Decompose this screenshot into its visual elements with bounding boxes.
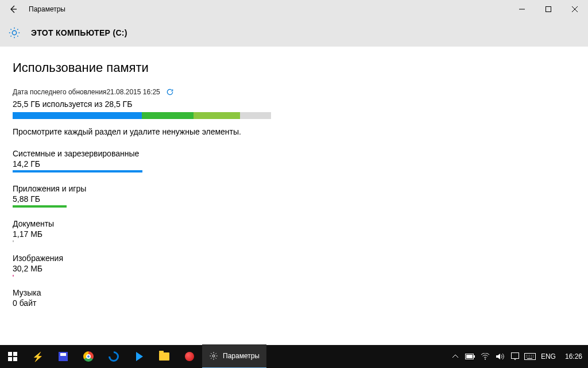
svg-rect-10 (511, 353, 519, 359)
storage-category[interactable]: Изображения30,2 МБ (13, 254, 588, 277)
category-size: 5,88 ГБ (13, 194, 588, 204)
floppy-icon (59, 352, 68, 361)
tray-wifi[interactable] (478, 345, 493, 368)
category-bar (13, 205, 67, 208)
refresh-icon (166, 88, 174, 96)
category-bar (13, 240, 14, 242)
svg-rect-0 (546, 7, 551, 12)
taskbar-app-ccleaner[interactable] (177, 345, 202, 368)
storage-segment (240, 112, 271, 119)
titlebar: Параметры (0, 0, 588, 18)
chrome-icon (83, 351, 94, 362)
storage-segment (142, 112, 194, 119)
volume-icon (496, 352, 505, 361)
taskbar-app-notes[interactable] (51, 345, 76, 368)
page-heading: Использование памяти (13, 60, 588, 75)
play-icon (135, 352, 143, 361)
category-size: 14,2 ГБ (13, 159, 588, 168)
svg-rect-8 (466, 355, 473, 358)
window-title: Параметры (29, 5, 65, 13)
arrow-left-icon (9, 5, 18, 14)
maximize-button[interactable] (535, 0, 562, 18)
minimize-button[interactable] (509, 0, 535, 18)
category-size: 30,2 МБ (13, 264, 588, 273)
keyboard-icon (524, 353, 536, 360)
taskbar-app-chrome[interactable] (76, 345, 101, 368)
category-bar (13, 275, 14, 277)
chevron-up-icon (452, 354, 458, 359)
edge-icon (106, 349, 121, 363)
gear-icon (8, 26, 21, 39)
taskbar-app-edge[interactable] (101, 345, 126, 368)
window-controls (509, 0, 588, 18)
lightning-icon: ⚡ (33, 351, 43, 362)
taskbar: ⚡ Параметры ENG 16:26 (0, 345, 588, 368)
notification-icon (511, 352, 519, 361)
sub-header: ЭТОТ КОМПЬЮТЕР (C:) (0, 18, 588, 47)
system-tray: ENG 16:26 (448, 345, 588, 368)
svg-rect-2 (13, 352, 17, 356)
category-list: Системные и зарезервированные14,2 ГБПрил… (13, 149, 588, 308)
drive-title: ЭТОТ КОМПЬЮТЕР (C:) (31, 28, 127, 37)
svg-rect-7 (474, 355, 475, 358)
category-size: 1,17 МБ (13, 229, 588, 239)
category-name: Приложения и игры (13, 184, 588, 193)
back-button[interactable] (0, 0, 26, 18)
svg-rect-1 (8, 352, 12, 356)
storage-usage-bar (13, 112, 271, 119)
svg-rect-3 (8, 357, 12, 361)
close-button[interactable] (562, 0, 588, 18)
category-name: Системные и зарезервированные (13, 149, 588, 158)
gear-icon (209, 351, 218, 361)
last-updated-value: 21.08.2015 16:25 (106, 88, 160, 96)
storage-category[interactable]: Приложения и игры5,88 ГБ (13, 184, 588, 208)
storage-category[interactable]: Музыка0 байт (13, 288, 588, 308)
taskbar-app-store[interactable] (126, 345, 152, 368)
tray-language[interactable]: ENG (537, 352, 559, 361)
tray-overflow[interactable] (448, 345, 463, 368)
category-name: Документы (13, 219, 588, 228)
tray-action-center[interactable] (508, 345, 523, 368)
instruction-text: Просмотрите каждый раздел и удалите нену… (13, 127, 588, 136)
tray-volume[interactable] (493, 345, 508, 368)
storage-segment (194, 112, 240, 119)
category-bar (13, 170, 142, 172)
usage-summary: 25,5 ГБ используется из 28,5 ГБ (13, 99, 588, 109)
svg-point-9 (485, 359, 486, 360)
category-size: 0 байт (13, 298, 588, 308)
category-name: Изображения (13, 254, 588, 263)
svg-point-5 (212, 355, 215, 357)
storage-category[interactable]: Системные и зарезервированные14,2 ГБ (13, 149, 588, 172)
content-area: Использование памяти Дата последнего обн… (0, 47, 588, 308)
ccleaner-icon (185, 352, 194, 361)
battery-icon (465, 354, 475, 359)
tray-battery[interactable] (463, 345, 478, 368)
taskbar-app-winamp[interactable]: ⚡ (25, 345, 51, 368)
taskbar-app-settings-active[interactable]: Параметры (202, 344, 266, 368)
storage-segment (13, 112, 142, 119)
start-button[interactable] (0, 345, 25, 368)
taskbar-active-label: Параметры (223, 352, 260, 360)
refresh-button[interactable] (166, 88, 174, 96)
windows-icon (8, 352, 17, 361)
last-updated-row: Дата последнего обновления 21.08.2015 16… (13, 88, 588, 96)
svg-rect-4 (13, 357, 17, 361)
last-updated-label: Дата последнего обновления (13, 88, 106, 96)
tray-clock[interactable]: 16:26 (559, 352, 588, 361)
storage-category[interactable]: Документы1,17 МБ (13, 219, 588, 242)
wifi-icon (481, 353, 490, 360)
tray-keyboard[interactable] (523, 345, 537, 368)
folder-icon (159, 352, 169, 361)
category-name: Музыка (13, 288, 588, 297)
taskbar-app-explorer[interactable] (152, 345, 177, 368)
